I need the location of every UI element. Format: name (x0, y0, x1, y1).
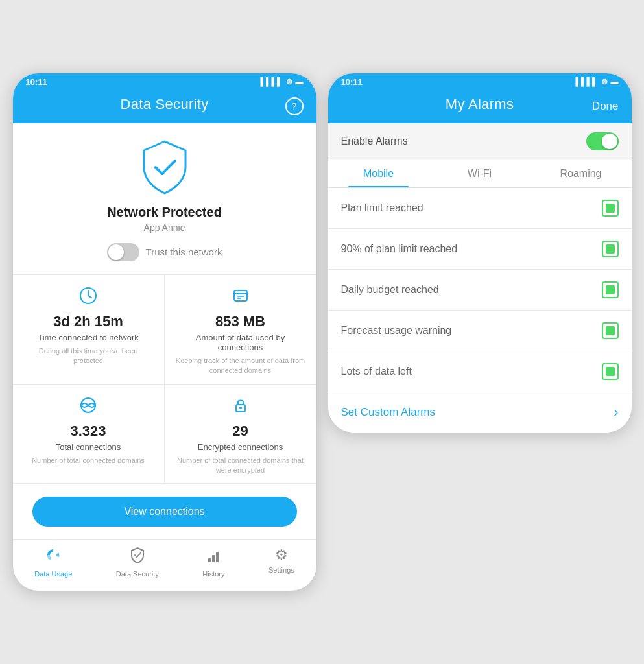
svg-point-8 (50, 552, 56, 558)
tab-roaming[interactable]: Roaming (531, 160, 632, 187)
nav-history-label: History (202, 570, 224, 578)
done-button[interactable]: Done (592, 100, 619, 113)
page-title-left: Data Security (26, 96, 304, 113)
stat-data: 853 MB Amount of data used by connection… (165, 275, 316, 385)
help-icon[interactable]: ? (285, 97, 304, 115)
alarm-tabs: Mobile Wi-Fi Roaming (328, 160, 632, 188)
status-bar-left: 10:11 ▌▌▌▌ ⊜ ▬ (13, 73, 316, 89)
nav-history[interactable]: History (202, 547, 224, 578)
history-icon (205, 547, 222, 567)
stats-grid: 3d 2h 15m Time connected to network Duri… (13, 275, 316, 484)
alarm-item-daily-budget: Daily budget reached (328, 270, 632, 311)
time-label: Time connected to network (23, 333, 154, 342)
bottom-nav: Data Usage Data Security (13, 540, 316, 591)
settings-icon: ⚙ (275, 547, 288, 563)
time-left: 10:11 (26, 77, 47, 87)
encrypted-label: Encrypted connections (175, 442, 306, 452)
battery-icon: ▬ (296, 77, 304, 86)
alarm-label-forecast: Forecast usage warning (341, 325, 452, 337)
nav-settings[interactable]: ⚙ Settings (268, 547, 294, 578)
alarm-checkbox-inner-2 (606, 244, 615, 254)
nav-settings-label: Settings (268, 566, 294, 574)
view-connections-button[interactable]: View connections (32, 497, 297, 527)
alarm-checkbox-inner-3 (606, 285, 615, 294)
network-protected-title: Network Protected (26, 205, 304, 220)
stat-encrypted: 29 Encrypted connections Number of total… (165, 385, 316, 484)
data-label: Amount of data used by connections (175, 333, 306, 352)
clock-icon (23, 287, 154, 309)
app-annie-label: App Annie (26, 222, 304, 233)
status-icons-right: ▌▌▌▌ ⊜ ▬ (575, 77, 618, 86)
alarm-checkbox-inner-4 (606, 326, 615, 335)
svg-rect-11 (216, 552, 219, 562)
alarm-label-90-percent: 90% of plan limit reached (341, 243, 458, 255)
alarm-item-plan-limit: Plan limit reached (328, 188, 632, 229)
signal-icon: ▌▌▌▌ (260, 77, 282, 86)
protected-section: Network Protected App Annie Trust this n… (13, 123, 316, 275)
alarm-label-plan-limit: Plan limit reached (341, 202, 423, 214)
chevron-right-icon: › (614, 404, 618, 421)
enable-alarms-row: Enable Alarms (328, 123, 632, 160)
signal-icon-right: ▌▌▌▌ (575, 77, 597, 86)
enable-alarms-label: Enable Alarms (341, 136, 408, 147)
custom-alarms-row[interactable]: Set Custom Alarms › (328, 392, 632, 433)
connections-value: 3.323 (23, 423, 154, 440)
tab-mobile[interactable]: Mobile (328, 160, 429, 187)
nav-data-usage[interactable]: Data Usage (34, 547, 72, 578)
trust-network-toggle[interactable] (107, 243, 139, 261)
time-value: 3d 2h 15m (23, 313, 154, 330)
lock-icon (175, 396, 306, 419)
trust-network-label: Trust this network (146, 246, 222, 257)
alarms-header: My Alarms Done (328, 89, 632, 123)
alarms-title: My Alarms (341, 96, 619, 113)
alarm-item-lots-data: Lots of data left (328, 351, 632, 392)
alarm-checkbox-lots-data[interactable] (602, 363, 619, 380)
alarm-checkbox-inner (606, 204, 615, 213)
wifi-icon-right: ⊜ (601, 77, 608, 86)
alarm-label-daily-budget: Daily budget reached (341, 284, 439, 296)
connections-label: Total connections (23, 442, 154, 452)
data-usage-icon (45, 547, 62, 567)
alarm-label-lots-data: Lots of data left (341, 366, 412, 377)
status-icons-left: ▌▌▌▌ ⊜ ▬ (260, 77, 303, 86)
alarm-checkbox-90-percent[interactable] (602, 241, 619, 257)
data-icon (175, 287, 306, 309)
alarm-item-90-percent: 90% of plan limit reached (328, 229, 632, 270)
tab-wifi[interactable]: Wi-Fi (429, 160, 531, 187)
nav-data-usage-label: Data Usage (34, 570, 72, 578)
alarm-checkbox-daily-budget[interactable] (602, 281, 619, 298)
alarm-checkbox-inner-5 (606, 367, 615, 376)
data-security-nav-icon (129, 547, 146, 567)
connections-icon (23, 396, 154, 419)
alarm-checkbox-plan-limit[interactable] (602, 200, 619, 217)
svg-rect-9 (208, 558, 211, 562)
status-bar-right: 10:11 ▌▌▌▌ ⊜ ▬ (328, 73, 632, 89)
svg-rect-1 (234, 290, 247, 301)
shield-icon (139, 139, 191, 196)
encrypted-value: 29 (175, 423, 306, 440)
battery-icon-right: ▬ (611, 77, 619, 86)
stat-time: 3d 2h 15m Time connected to network Duri… (13, 275, 165, 385)
custom-alarms-label: Set Custom Alarms (341, 406, 436, 419)
wifi-icon: ⊜ (286, 77, 292, 86)
data-value: 853 MB (175, 313, 306, 330)
connections-desc: Number of total connected domains (23, 456, 154, 466)
data-desc: Keeping track of the amount of data from… (175, 356, 306, 376)
nav-data-security[interactable]: Data Security (116, 547, 159, 578)
alarm-item-forecast: Forecast usage warning (328, 311, 632, 351)
view-btn-container: View connections (13, 484, 316, 540)
data-security-phone: 10:11 ▌▌▌▌ ⊜ ▬ Data Security ? Network P… (12, 73, 317, 592)
alarm-checkbox-forecast[interactable] (602, 322, 619, 339)
svg-point-7 (239, 407, 242, 409)
svg-rect-10 (212, 555, 215, 562)
enable-alarms-toggle[interactable] (586, 132, 619, 150)
trust-network-row: Trust this network (26, 243, 304, 261)
my-alarms-phone: 10:11 ▌▌▌▌ ⊜ ▬ My Alarms Done Enable Ala… (328, 73, 632, 433)
time-right: 10:11 (341, 77, 363, 87)
encrypted-desc: Number of total connected domains that w… (175, 456, 306, 476)
nav-data-security-label: Data Security (116, 570, 159, 578)
time-desc: During all this time you've been protect… (23, 346, 154, 366)
stat-connections: 3.323 Total connections Number of total … (13, 385, 165, 484)
data-security-header: Data Security ? (13, 89, 316, 123)
alarm-list: Plan limit reached 90% of plan limit rea… (328, 188, 632, 392)
